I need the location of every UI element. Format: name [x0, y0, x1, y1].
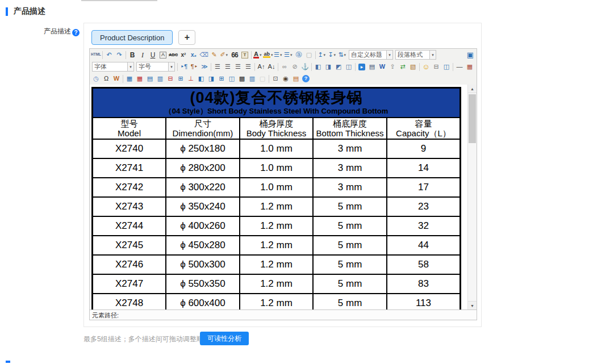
boxed-a-icon[interactable]: A	[158, 50, 168, 60]
table-cell[interactable]: 58	[387, 255, 461, 274]
table-cell[interactable]: X2747	[93, 274, 166, 294]
table-cell[interactable]: ϕ 450x280	[166, 236, 240, 255]
file-upload-icon[interactable]: ⇪	[388, 62, 397, 72]
delete-col-icon[interactable]: ⊥	[186, 74, 195, 83]
chevron-down-icon[interactable]: ▾	[334, 53, 337, 57]
table-cell[interactable]: 5 mm	[313, 216, 387, 236]
table-cell[interactable]: 3 mm	[313, 139, 387, 158]
page-break-icon[interactable]: ⊟	[432, 62, 441, 72]
table-cell[interactable]: ϕ 600x400	[166, 294, 240, 309]
html-source-icon[interactable]: HTML	[91, 50, 101, 60]
add-description-button[interactable]: +	[178, 30, 195, 45]
line-spacing-icon[interactable]: ⇅▾	[338, 50, 347, 60]
scrollbar-thumb[interactable]	[469, 94, 476, 143]
image-align-left-icon[interactable]: ◧	[314, 62, 323, 72]
table-cell[interactable]: 1.2 mm	[240, 236, 314, 255]
table-cell[interactable]: 23	[387, 197, 461, 216]
table-cell[interactable]: X2743	[93, 197, 166, 216]
table-cell[interactable]: 3 mm	[313, 178, 387, 197]
scroll-up-icon[interactable]: ▲	[468, 85, 477, 93]
calendar-icon[interactable]: ▦	[465, 62, 474, 72]
font-size-select[interactable]: 字号▾	[136, 62, 175, 72]
bold-icon[interactable]: B	[128, 50, 137, 60]
table-head-icon[interactable]: ▩	[237, 74, 247, 83]
chevron-down-icon[interactable]: ▾	[226, 53, 229, 57]
find-icon[interactable]: ◉	[281, 74, 290, 83]
table-cell[interactable]: 1.0 mm	[240, 139, 314, 158]
table-column-header[interactable]: 桶底厚度Bottom Thickness	[313, 118, 387, 140]
table-cell[interactable]: 5 mm	[313, 197, 387, 216]
table-cell[interactable]: 1.2 mm	[240, 294, 314, 309]
paragraph-rtl-icon[interactable]: ¶‣	[190, 62, 199, 72]
italic-icon[interactable]: I	[138, 50, 147, 60]
table-cell[interactable]: X2741	[93, 158, 166, 178]
table-cell[interactable]: 1.0 mm	[240, 178, 314, 197]
paste-plain-icon[interactable]: T	[240, 50, 249, 60]
product-spec-table[interactable]: (04款)复合不锈钢矮身锅 （04 Style）Short Body Stain…	[91, 87, 461, 309]
table-cell[interactable]: 3 mm	[313, 158, 387, 178]
ordered-list-icon[interactable]: ☰▾	[274, 50, 283, 60]
image-transfer-icon[interactable]: ⇄	[398, 62, 407, 72]
table-cell[interactable]: 5 mm	[313, 236, 387, 255]
image-align-right-icon[interactable]: ◨	[324, 62, 333, 72]
chevron-down-icon[interactable]: ▾	[429, 51, 436, 59]
image-icon[interactable]: ▧	[408, 62, 417, 72]
underline-icon[interactable]: U	[148, 50, 157, 60]
help-icon[interactable]: ?	[302, 75, 310, 82]
paragraph-ltr-icon[interactable]: ‣¶	[179, 62, 189, 72]
blockquote-icon[interactable]: 66	[230, 50, 239, 60]
insert-row-above-icon[interactable]: ◧	[197, 74, 206, 83]
scroll-down-icon[interactable]: ▼	[468, 301, 477, 309]
font-enlarge-icon[interactable]: A↑	[257, 62, 266, 72]
merge-cells-icon[interactable]: ⊞	[217, 74, 226, 83]
subscript-icon[interactable]: x₂	[189, 50, 198, 60]
table-cell[interactable]: 113	[387, 294, 461, 309]
chevron-down-icon[interactable]: ▾	[127, 62, 133, 71]
split-cells-icon[interactable]: ◫	[227, 74, 236, 83]
font-color-icon[interactable]: A▾	[253, 50, 262, 60]
strikethrough-icon[interactable]: ABC	[169, 50, 178, 60]
anchor-icon[interactable]: ⚓	[300, 62, 310, 72]
editor-scrollbar[interactable]: ▲ ▼	[467, 85, 477, 309]
help-question-icon[interactable]: ?	[72, 29, 80, 36]
format-brush-icon[interactable]: ✎	[210, 50, 219, 60]
media-icon[interactable]: ▤	[367, 62, 377, 72]
columns-icon[interactable]: ◫	[442, 62, 451, 72]
delete-table-icon[interactable]: ▦	[135, 74, 144, 83]
indent-icon[interactable]: ≫	[200, 62, 209, 72]
table-cell[interactable]: X2745	[93, 236, 166, 255]
font-family-select[interactable]: 字体▾	[92, 62, 134, 72]
image-inline-icon[interactable]: ◩	[334, 62, 343, 72]
table-cell[interactable]: X2744	[93, 216, 166, 236]
chevron-down-icon[interactable]: ▾	[260, 53, 262, 57]
image-block-icon[interactable]: ◫	[344, 62, 353, 72]
table-cell[interactable]: 5 mm	[313, 255, 387, 274]
insert-row-below-icon[interactable]: ◨	[207, 74, 216, 83]
table-cell[interactable]: 44	[387, 236, 461, 255]
word-image-icon[interactable]: W	[112, 74, 121, 83]
table-column-header[interactable]: 桶身厚度Body Thickness	[240, 118, 314, 140]
emoticon-icon[interactable]: ☺	[421, 62, 431, 72]
chevron-down-icon[interactable]: ▾	[168, 62, 174, 71]
table-cell[interactable]: ϕ 300x220	[166, 178, 240, 197]
fullscreen-icon[interactable]: ▣	[466, 50, 475, 60]
editor-content[interactable]: (04款)复合不锈钢矮身锅 （04 Style）Short Body Stain…	[90, 85, 477, 309]
table-prop-icon[interactable]: ▤	[145, 74, 154, 83]
font-shrink-icon[interactable]: A↓	[267, 62, 276, 72]
style-brush-icon[interactable]: ✐▾	[220, 50, 229, 60]
table-cell[interactable]: X2746	[93, 255, 166, 274]
unlink-icon[interactable]: ⊘	[290, 62, 299, 72]
highlight-icon[interactable]: ab▾	[264, 50, 273, 60]
paragraph-format-select[interactable]: 段落格式▾	[395, 50, 436, 60]
word-import-icon[interactable]: W	[378, 62, 387, 72]
print-icon[interactable]: ⊡	[271, 74, 280, 83]
table-cell[interactable]: X2740	[93, 139, 166, 158]
undo-icon[interactable]: ↶	[105, 50, 114, 60]
chevron-down-icon[interactable]: ▾	[386, 51, 392, 59]
table-cell[interactable]: 5 mm	[313, 274, 387, 294]
paragraph-spacing-icon[interactable]: ↧▾	[328, 50, 337, 60]
align-right-icon[interactable]: ☰	[233, 62, 243, 72]
table-column-header[interactable]: 型号Model	[93, 118, 166, 140]
horizontal-rule-icon[interactable]: —	[455, 62, 464, 72]
align-left-icon[interactable]: ☰	[213, 62, 222, 72]
